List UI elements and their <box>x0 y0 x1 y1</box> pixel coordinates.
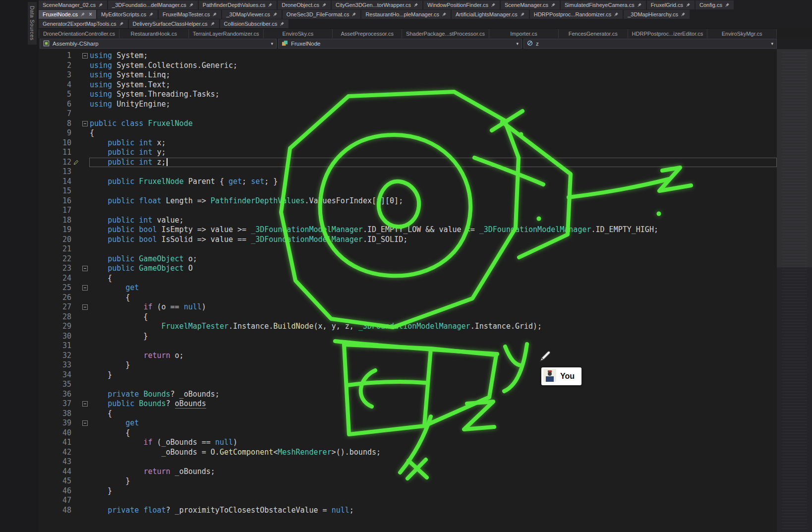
code-line-22[interactable]: 22 public GameObject o; <box>39 254 777 264</box>
code-line-14[interactable]: 14 public FruxelNode Parent { get; set; … <box>39 177 777 187</box>
code-line-15[interactable]: 15 <box>39 186 777 196</box>
code-line-4[interactable]: 4using System.Text; <box>39 80 777 90</box>
tab-restauranthook-cs[interactable]: RestaurantHook.cs <box>119 29 189 38</box>
code-line-29[interactable]: 29 FruxelMapTester.Instance.BuildNode(x,… <box>39 322 777 332</box>
tab-hdrppostproc-randomizer-cs[interactable]: HDRPPostproc...Randomizer.cs <box>530 10 623 19</box>
tab-onesec3d-fileformat-cs[interactable]: OneSec3D_FileFormat.cs <box>283 10 361 19</box>
code-line-16[interactable]: 16 public float Length => PathfinderDept… <box>39 196 777 206</box>
tab-generator2exportmaptools-cs[interactable]: Generator2ExportMapTools.cs <box>39 19 128 28</box>
code-line-32[interactable]: 32 return o; <box>39 351 777 361</box>
code-editor[interactable]: 1using System;2using System.Collections.… <box>39 49 777 532</box>
tab-citygen3dgen-torwrapper-cs[interactable]: CityGen3DGen...torWrapper.cs <box>332 0 422 9</box>
tab--3dmaphierarchy-cs[interactable]: _3DMapHierarchy.cs <box>624 10 690 19</box>
code-line-28[interactable]: 28 { <box>39 312 777 322</box>
tab-fencesgenerator-cs[interactable]: FencesGenerator.cs <box>559 29 628 38</box>
tab-pathfinderdepthvalues-cs[interactable]: PathfinderDepthValues.cs <box>199 0 277 9</box>
tab--3dmapviewer-cs[interactable]: _3DMapViewer.cs <box>222 10 281 19</box>
fold-collapse-icon[interactable] <box>82 121 88 126</box>
code-line-5[interactable]: 5using System.Threading.Tasks; <box>39 90 777 100</box>
code-line-46[interactable]: 46 } <box>39 486 777 496</box>
tab-config-cs[interactable]: Config.cs <box>696 0 734 9</box>
tab-enviroskymgr-cs[interactable]: EnviroSkyMgr.cs <box>707 29 777 38</box>
tab-deliverysurfaceclasshelper-cs[interactable]: DeliverySurfaceClassHelper.cs <box>129 19 219 28</box>
tab-restaurantho-plemanager-cs[interactable]: RestaurantHo...pleManager.cs <box>361 10 451 19</box>
tab-windowpositionfinder-cs[interactable]: WindowPositionFinder.cs <box>423 0 500 9</box>
pin-icon[interactable] <box>351 12 356 17</box>
tab-scenemanager-cs[interactable]: SceneManager.cs <box>501 0 560 9</box>
tab-fruxelmaptester-cs[interactable]: FruxelMapTester.cs <box>159 10 221 19</box>
pin-icon[interactable] <box>614 12 619 17</box>
tab-droneobject-cs[interactable]: DroneObject.cs <box>278 0 331 9</box>
project-dropdown[interactable]: Assembly-CSharp ▾ <box>40 39 277 49</box>
type-dropdown[interactable]: FruxelNode ▾ <box>278 39 522 49</box>
pin-icon[interactable] <box>98 2 103 7</box>
fold-collapse-icon[interactable] <box>82 401 88 407</box>
pin-icon[interactable] <box>637 2 642 7</box>
code-line-6[interactable]: 6using UnityEngine; <box>39 100 777 110</box>
pin-icon[interactable] <box>189 2 194 7</box>
code-line-2[interactable]: 2using System.Collections.Generic; <box>39 61 777 71</box>
pin-icon[interactable] <box>212 12 217 17</box>
code-line-7[interactable]: 7 <box>39 109 777 119</box>
tab-terrainlayerrandomizer-cs[interactable]: TerrainLayerRandomizer.cs <box>189 29 264 38</box>
code-line-20[interactable]: 20 public bool IsSolid => value == _3DFo… <box>39 235 777 245</box>
tab-scenemanager-02-cs[interactable]: SceneManager_02.cs <box>39 0 107 9</box>
code-line-10[interactable]: 10 public int x; <box>39 138 777 148</box>
code-line-27[interactable]: 27 if (o == null) <box>39 302 777 312</box>
code-line-34[interactable]: 34 } <box>39 370 777 380</box>
code-line-18[interactable]: 18 public int value; <box>39 216 777 226</box>
pin-icon[interactable] <box>322 2 327 7</box>
data-sources-tool-tab[interactable]: Data Sources <box>28 2 37 45</box>
code-line-23[interactable]: 23 public GameObject O <box>39 264 777 274</box>
pin-icon[interactable] <box>280 21 285 26</box>
pin-icon[interactable] <box>725 2 730 7</box>
code-line-42[interactable]: 42 _oBounds = O.GetComponent<MeshRendere… <box>39 448 777 458</box>
pin-icon[interactable] <box>520 12 525 17</box>
tab-assetpreprocessor-cs[interactable]: AssetPreprocessor.cs <box>333 29 402 38</box>
tab-collisionsubscriber-cs[interactable]: CollisionSubscriber.cs <box>220 19 289 28</box>
tab-artificiallightsmanager-cs[interactable]: ArtificialLightsManager.cs <box>452 10 529 19</box>
member-dropdown[interactable]: z ▾ <box>523 39 777 49</box>
code-line-45[interactable]: 45 } <box>39 476 777 486</box>
code-line-39[interactable]: 39 get <box>39 418 777 428</box>
code-line-12[interactable]: 12 public int z; <box>39 158 777 168</box>
code-line-31[interactable]: 31 <box>39 341 777 351</box>
code-line-26[interactable]: 26 { <box>39 293 777 303</box>
code-line-25[interactable]: 25 get <box>39 283 777 293</box>
fold-collapse-icon[interactable] <box>82 304 88 310</box>
tab-myeditorscripts-cs[interactable]: MyEditorScripts.cs <box>97 10 158 19</box>
code-line-40[interactable]: 40 { <box>39 428 777 438</box>
pin-icon[interactable] <box>491 2 496 7</box>
pin-icon[interactable] <box>413 2 418 7</box>
code-line-3[interactable]: 3using System.Linq; <box>39 70 777 80</box>
fold-collapse-icon[interactable] <box>82 285 88 291</box>
code-line-9[interactable]: 9{ <box>39 128 777 138</box>
tab-envirosky-cs[interactable]: EnviroSky.cs <box>264 29 333 38</box>
code-line-21[interactable]: 21 <box>39 244 777 254</box>
code-line-36[interactable]: 36 private Bounds? _oBounds; <box>39 390 777 400</box>
fold-collapse-icon[interactable] <box>82 420 88 426</box>
code-line-1[interactable]: 1using System; <box>39 51 777 61</box>
code-line-17[interactable]: 17 <box>39 206 777 216</box>
code-line-30[interactable]: 30 } <box>39 332 777 342</box>
code-line-41[interactable]: 41 if (_oBounds == null) <box>39 438 777 448</box>
map-mode-scrollbar[interactable] <box>777 49 812 532</box>
tab-shaderpackage-stprocessor-cs[interactable]: ShaderPackage...stProcessor.cs <box>402 29 489 38</box>
tab-importer-cs[interactable]: Importer.cs <box>489 29 559 38</box>
code-line-19[interactable]: 19 public bool IsEmpty => value >= _3DFo… <box>39 225 777 235</box>
code-line-48[interactable]: 48 private float? _proximityToClosestObs… <box>39 506 777 516</box>
code-line-38[interactable]: 38 { <box>39 409 777 419</box>
code-line-44[interactable]: 44 return _oBounds; <box>39 467 777 477</box>
close-icon[interactable]: × <box>89 11 92 17</box>
pin-icon[interactable] <box>273 12 278 17</box>
fold-collapse-icon[interactable] <box>82 53 88 59</box>
tab-simulatedfisheyecamera-cs[interactable]: SimulatedFisheyeCamera.cs <box>561 0 646 9</box>
pin-icon[interactable] <box>210 21 215 26</box>
scrollbar-viewport[interactable] <box>777 49 812 267</box>
code-line-35[interactable]: 35 <box>39 380 777 390</box>
tab--3dfoundatio-delmanager-cs[interactable]: _3DFoundatio...delManager.cs <box>108 0 198 9</box>
pin-icon[interactable] <box>686 2 691 7</box>
code-line-37[interactable]: 37 public Bounds? oBounds <box>39 399 777 409</box>
code-line-24[interactable]: 24 { <box>39 274 777 284</box>
code-line-33[interactable]: 33 } <box>39 360 777 370</box>
